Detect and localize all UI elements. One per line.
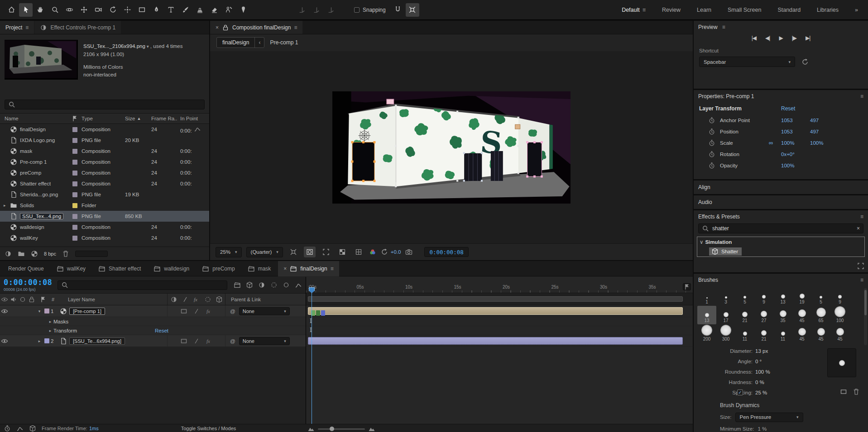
new-composition-icon[interactable] <box>31 250 38 257</box>
workspace-standard[interactable]: Standard <box>777 7 801 13</box>
delete-icon[interactable] <box>62 250 69 257</box>
expand-collapse-icon[interactable]: ▸ <box>47 328 53 333</box>
mini-flowchart-icon[interactable] <box>234 281 241 289</box>
brush-19[interactable]: 19 <box>792 287 811 306</box>
panel-menu-icon[interactable]: ≡ <box>860 277 863 283</box>
project-item-finaldesign[interactable]: finalDesign Composition 24 0:00: <box>0 124 209 135</box>
brush-45[interactable]: 45 <box>792 306 811 324</box>
project-search-input[interactable] <box>5 100 205 109</box>
property-value-2[interactable]: 497 <box>810 129 819 134</box>
tool-gizmo-options[interactable] <box>406 3 419 17</box>
brush-9[interactable]: 9 <box>754 287 773 306</box>
param-value[interactable]: 0 ° <box>755 359 762 364</box>
audio-cell[interactable] <box>9 308 18 315</box>
tool-clone-stamp-tool[interactable] <box>193 3 206 17</box>
layer-bar-texture[interactable] <box>308 337 683 345</box>
item-name[interactable]: mask <box>20 148 32 154</box>
collapse-switch-icon[interactable] <box>180 337 187 345</box>
reset-shortcut-icon[interactable] <box>801 58 809 66</box>
collapse-icon[interactable]: ∨ <box>700 239 703 245</box>
project-item-mask[interactable]: mask Composition 24 0:00: <box>0 146 209 157</box>
stopwatch-icon[interactable] <box>708 128 715 135</box>
layer-switches[interactable] <box>167 305 225 317</box>
tool-brush-tool[interactable] <box>178 3 192 17</box>
workspace-small-screen[interactable]: Small Screen <box>728 7 761 13</box>
label-chip[interactable] <box>72 236 77 241</box>
item-name[interactable]: preComp <box>20 170 41 176</box>
workspace-review[interactable]: Review <box>662 7 681 13</box>
item-name[interactable]: finalDesign <box>20 127 46 132</box>
stopwatch-icon[interactable] <box>708 139 715 147</box>
quality-switch-icon[interactable] <box>193 308 200 315</box>
label-chip[interactable] <box>72 138 77 143</box>
timeline-tab-wallkey[interactable]: wallKey <box>51 261 91 276</box>
property-value-1[interactable]: 100% <box>781 140 794 146</box>
workspace-menu-icon[interactable]: ≡ <box>643 7 646 13</box>
breadcrumb-pill[interactable]: finalDesign ‹ <box>216 37 264 48</box>
project-item-walldesign[interactable]: walldesign Composition 24 0:00: <box>0 222 209 233</box>
tool-roto-brush-tool[interactable] <box>222 3 235 17</box>
label-chip[interactable] <box>44 309 49 313</box>
property-value-1[interactable]: 0x+0° <box>781 152 795 157</box>
param-value[interactable]: 25 % <box>755 390 767 395</box>
effects-category-simulation[interactable]: ∨ Simulation <box>697 237 864 247</box>
timeline-tab-shatter-effect[interactable]: Shatter effect <box>93 261 146 276</box>
item-name[interactable]: IXDA Logo.png <box>20 138 55 143</box>
time-ruler[interactable]: :00s 05s 10s 15s 20s 25s 30s 35s <box>306 277 693 293</box>
properties-header[interactable]: Properties: Pre-comp 1 ≡ <box>694 90 868 103</box>
column-number[interactable]: # <box>50 297 62 302</box>
label-chip[interactable] <box>72 225 77 230</box>
tool-home[interactable] <box>5 3 18 17</box>
flowchart-icon[interactable] <box>16 425 24 432</box>
transport-play[interactable]: ▶ <box>779 35 782 41</box>
panel-menu-icon[interactable]: ≡ <box>860 214 863 220</box>
brush-3[interactable]: 3 <box>716 287 735 306</box>
project-table-header[interactable]: Name Type Size▲ Frame Ra.. In Point <box>0 113 209 124</box>
panel-menu-icon[interactable]: ≡ <box>331 266 334 272</box>
tool-selection-tool[interactable] <box>19 3 33 17</box>
composition-canvas[interactable]: S <box>332 91 571 204</box>
lock-cell[interactable] <box>27 337 36 345</box>
label-chip[interactable] <box>72 192 77 197</box>
panel-menu-icon[interactable]: ≡ <box>25 24 29 31</box>
brush-100[interactable]: 100 <box>830 306 849 324</box>
link-dimensions-icon[interactable]: ∞ <box>769 139 773 146</box>
layer-switches[interactable] <box>167 335 225 347</box>
label-chip[interactable] <box>72 171 77 176</box>
brush-9[interactable]: 9 <box>830 287 849 306</box>
timeline-tab-walldesign[interactable]: walldesign <box>148 261 195 276</box>
layer-name[interactable]: [SSU_Te...6x994.png] <box>69 337 125 345</box>
brush-5[interactable]: 5 <box>811 287 830 306</box>
timeline-tab-mask[interactable]: mask <box>242 261 277 276</box>
tab-composition-finaldesign[interactable]: × Composition finalDesign ≡ <box>210 21 302 34</box>
minimum-size-value[interactable]: 1 % <box>758 426 767 432</box>
label-chip[interactable] <box>44 338 49 343</box>
playhead-line[interactable] <box>312 290 312 424</box>
view-option-mask-visibility[interactable] <box>304 247 316 257</box>
effects-search-input[interactable]: shatter × <box>698 223 863 233</box>
zoom-in-icon[interactable] <box>368 425 375 432</box>
tool-shape-tool[interactable] <box>135 3 149 17</box>
hide-shy-icon[interactable] <box>258 281 265 289</box>
workspace-default[interactable]: Default ≡ <box>622 7 646 13</box>
project-item-pre-comp-1[interactable]: Pre-comp 1 Composition 24 0:00: <box>0 157 209 167</box>
item-name[interactable]: SSU_Tex...4.png <box>20 213 63 219</box>
audio-cell[interactable] <box>9 337 18 345</box>
property-value-1[interactable]: 1053 <box>781 118 793 123</box>
snapping-checkbox[interactable] <box>354 7 360 13</box>
label-chip[interactable] <box>72 127 77 132</box>
zoom-out-icon[interactable] <box>307 425 315 432</box>
brush-200[interactable]: 200 <box>697 324 716 343</box>
resolution-select[interactable]: (Quarter) ▾ <box>246 247 283 257</box>
lock-cell[interactable] <box>27 308 36 315</box>
layer-row-1[interactable]: ▸ Masks <box>0 317 306 326</box>
tab-effect-controls[interactable]: Effect Controls Pre-comp 1 <box>34 21 121 34</box>
project-item-precomp[interactable]: preComp Composition 24 0:00: <box>0 167 209 178</box>
fx-switch-icon[interactable] <box>206 337 213 345</box>
snapping-toggle[interactable]: Snapping <box>354 7 386 13</box>
workspace-learn[interactable]: Learn <box>697 7 711 13</box>
magnification-select[interactable]: 25% ▾ <box>216 247 242 257</box>
stopwatch-icon[interactable] <box>708 162 715 169</box>
property-group-label[interactable]: Masks <box>53 319 68 324</box>
zoom-slider-track[interactable] <box>318 428 365 430</box>
